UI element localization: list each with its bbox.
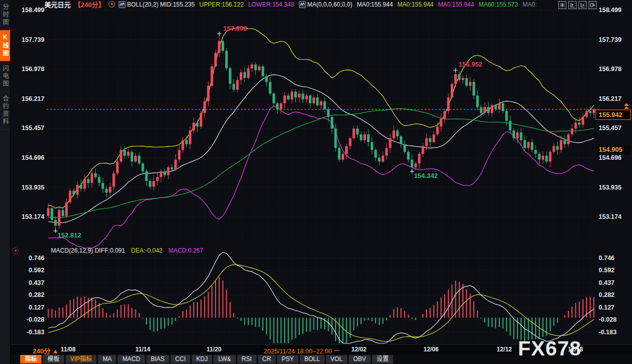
svg-text:-0.183: -0.183 [599, 329, 616, 336]
date-tick-11-14: 11/14 [135, 346, 150, 353]
svg-text:153.935: 153.935 [599, 184, 621, 191]
indicator-target-icon[interactable] [12, 248, 19, 254]
charting-app: 分时图K线图闪电图合约资料 美元日元 【240分】 + BOLL(20,2) M… [0, 0, 632, 364]
time-axis: 240分 ▲ 11/0811/1411/2012/0212/0612/1212/… [11, 344, 632, 354]
svg-text:-0.028: -0.028 [27, 316, 44, 323]
toolbar-item-15[interactable]: 设置 [372, 355, 393, 363]
legend-entry: BOLL(20,2) MID:155.235 [119, 1, 195, 8]
price-annotation: 157.890 [223, 25, 247, 32]
extreme-cross-marker [410, 169, 414, 173]
candlestick-series[interactable] [47, 34, 595, 231]
date-tick-11-20: 11/20 [206, 346, 221, 353]
legend-entry: LOWER:154.348 [248, 1, 294, 8]
svg-text:0.592: 0.592 [29, 267, 44, 274]
toolbar-item-7[interactable]: KDJ [192, 355, 213, 363]
macd-legend-entry: MACD(26,12,9) DIFF:0.091 [51, 247, 125, 254]
svg-text:0.746: 0.746 [29, 255, 44, 262]
svg-text:0.437: 0.437 [599, 279, 614, 286]
legend-entry: MA0: [522, 1, 537, 8]
svg-text:156.217: 156.217 [22, 95, 44, 102]
sidebar-item-3[interactable]: 合约资料 [0, 92, 10, 130]
price-annotation: 152.812 [58, 231, 81, 239]
macd-legend-row: MACD(26,12,9) DIFF:0.091DEA:-0.042MACD:0… [0, 247, 596, 255]
svg-text:156.978: 156.978 [22, 66, 44, 73]
zoom-axis-right-icon[interactable] [578, 1, 587, 9]
toolbar-item-6[interactable]: CCI [171, 355, 190, 363]
indicator-legend-row: 美元日元 【240分】 + BOLL(20,2) MID:155.235UPPE… [12, 0, 632, 9]
toolbar-item-4[interactable]: MACD [118, 355, 144, 363]
date-tick-12-12: 12/12 [497, 346, 512, 353]
zoom-axis-up-icon[interactable] [568, 1, 576, 9]
svg-text:0.746: 0.746 [599, 255, 614, 262]
toolbar-item-5[interactable]: BIAS [146, 355, 169, 363]
svg-text:153.935: 153.935 [22, 184, 44, 191]
svg-text:0.282: 0.282 [29, 291, 44, 298]
toolbar-item-2[interactable]: VIP指标 [66, 355, 96, 363]
date-tick-12-02: 12/02 [351, 346, 366, 353]
toolbar-item-0[interactable]: 指标 [20, 355, 41, 363]
svg-text:0.437: 0.437 [29, 279, 44, 286]
indicator-badge-icon [119, 1, 126, 8]
toolbar-item-1[interactable]: 模板 [43, 355, 64, 363]
svg-text:0.127: 0.127 [29, 304, 44, 311]
toolbar-item-3[interactable]: MA [98, 355, 116, 363]
svg-text:-0.183: -0.183 [27, 329, 44, 336]
toolbar-item-11[interactable]: PSY [277, 355, 298, 363]
svg-text:155.457: 155.457 [22, 125, 44, 132]
macd-legend-entry: MACD:0.267 [169, 247, 203, 254]
toolbar-item-10[interactable]: CR [258, 355, 276, 363]
toolbar-item-13[interactable]: VOL [326, 355, 347, 363]
indicator-toolbar: 指标模板VIP指标MAMACDBIASCCIKDJLW&RSICRPSYBOLL… [11, 354, 632, 364]
svg-text:157.739: 157.739 [22, 36, 44, 43]
toolbar-item-14[interactable]: OBV [349, 355, 371, 363]
svg-text:155.942: 155.942 [599, 111, 622, 118]
legend-entry: UPPER:156.122 [199, 1, 244, 8]
toolbar-item-9[interactable]: RSI [237, 355, 256, 363]
date-tick-11-08: 11/08 [61, 346, 75, 353]
extreme-cross-marker [54, 229, 58, 233]
legend-entry: MA0:155.944 [357, 1, 393, 8]
svg-text:156.978: 156.978 [599, 66, 621, 73]
extreme-cross-marker [454, 68, 458, 72]
svg-text:153.174: 153.174 [599, 213, 621, 220]
toolbar-item-12[interactable]: BOLL [300, 355, 325, 363]
candlestick-macd-chart[interactable]: 158.499158.499157.739157.739156.978156.9… [0, 0, 632, 364]
indicator-badge-icon [299, 1, 306, 8]
symbol-title: 美元日元 [44, 0, 71, 9]
price-annotation: 156.952 [459, 60, 483, 68]
period-label: 【240分】 [74, 0, 105, 9]
legend-entry: MA(0,0,0,60,0,0) [299, 1, 352, 8]
macd-legend-entry: DEA:-0.042 [131, 247, 163, 254]
svg-text:0.592: 0.592 [599, 267, 614, 274]
chart-type-sidebar: 分时图K线图闪电图合约资料 [0, 0, 11, 364]
date-tick-12-06: 12/06 [424, 346, 439, 353]
svg-text:0.127: 0.127 [599, 304, 614, 311]
sidebar-item-2[interactable]: 闪电图 [0, 62, 10, 92]
date-tick-12-18: 12/18 [568, 346, 583, 353]
macd-legend-items: MACD(26,12,9) DIFF:0.091DEA:-0.042MACD:0… [51, 247, 203, 254]
legend-entry: MA60:155.573 [479, 1, 518, 8]
toolbar-item-8[interactable]: LW& [214, 355, 235, 363]
svg-text:154.696: 154.696 [22, 154, 44, 161]
svg-text:0.282: 0.282 [599, 291, 614, 298]
legend-entry: MA0:155.944 [397, 1, 433, 8]
sidebar-item-1[interactable]: K线图 [0, 30, 10, 62]
price-annotation: 154.342 [414, 172, 438, 179]
svg-text:154.905: 154.905 [599, 146, 622, 153]
price-marker-icon [624, 103, 629, 109]
step-forward-icon[interactable] [589, 1, 597, 9]
extreme-cross-marker [217, 32, 221, 36]
svg-text:155.457: 155.457 [599, 125, 621, 132]
svg-text:156.217: 156.217 [599, 95, 621, 102]
legend-entry: MA0:155.944 [438, 1, 474, 8]
svg-text:157.739: 157.739 [599, 36, 621, 43]
svg-text:-0.028: -0.028 [599, 316, 616, 323]
chart-toolbar-icons [558, 1, 597, 9]
pan-crosshair-icon[interactable] [558, 1, 566, 9]
legend-items: BOLL(20,2) MID:155.235UPPER:156.122LOWER… [119, 1, 537, 8]
svg-text:154.696: 154.696 [599, 154, 621, 161]
add-indicator-icon[interactable]: + [109, 1, 115, 8]
svg-text:153.174: 153.174 [22, 213, 44, 220]
sidebar-item-0[interactable]: 分时图 [0, 0, 10, 30]
